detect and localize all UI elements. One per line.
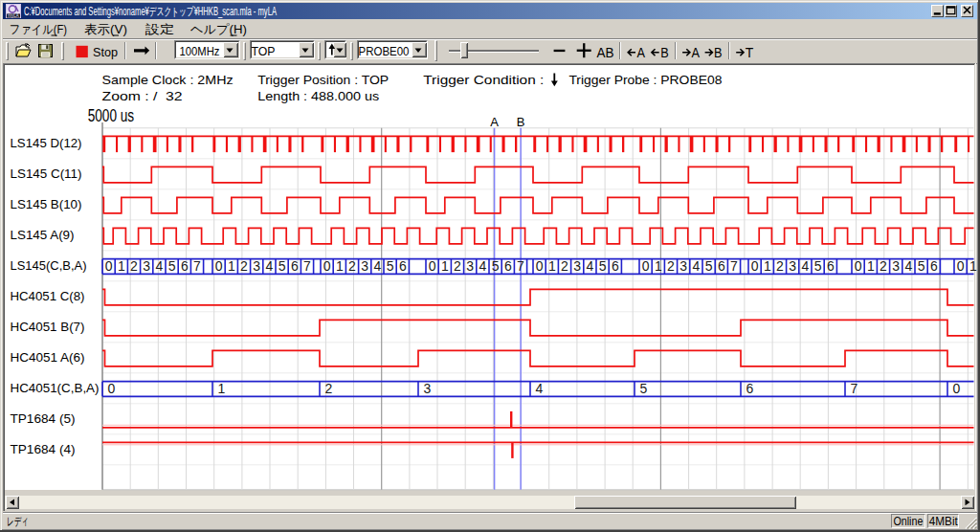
svg-text:LS145 D(12): LS145 D(12) — [11, 136, 82, 150]
svg-text:0: 0 — [855, 258, 862, 274]
svg-text:3: 3 — [253, 258, 260, 274]
svg-text:0: 0 — [105, 258, 113, 274]
svg-text:7: 7 — [193, 258, 201, 274]
svg-text:0: 0 — [215, 258, 223, 274]
svg-text:4MBit: 4MBit — [929, 515, 958, 528]
svg-text:6: 6 — [399, 258, 407, 274]
svg-text:4: 4 — [905, 258, 913, 274]
svg-text:HC4051(C,B,A): HC4051(C,B,A) — [11, 381, 100, 395]
svg-text:1: 1 — [118, 258, 125, 274]
svg-text:設定: 設定 — [145, 22, 174, 36]
svg-text:6: 6 — [718, 258, 725, 274]
svg-text:Sample Clock : 2MHz: Sample Clock : 2MHz — [102, 73, 234, 87]
svg-text:6: 6 — [504, 258, 512, 274]
svg-text:4: 4 — [266, 258, 274, 274]
svg-text:1: 1 — [218, 381, 226, 396]
svg-text:4: 4 — [156, 258, 164, 274]
svg-text:TP1684 (5): TP1684 (5) — [11, 411, 76, 426]
svg-text:A: A — [692, 45, 701, 60]
svg-text:0: 0 — [957, 258, 965, 274]
svg-text:4: 4 — [374, 258, 382, 274]
svg-text:A: A — [637, 45, 646, 60]
svg-text:1: 1 — [441, 258, 449, 274]
svg-text:1: 1 — [548, 258, 556, 274]
svg-text:2: 2 — [130, 258, 138, 274]
svg-text:5: 5 — [387, 258, 394, 274]
svg-text:3: 3 — [789, 258, 796, 274]
svg-text:表示(V): 表示(V) — [84, 22, 127, 36]
svg-text:6: 6 — [612, 258, 619, 274]
svg-text:3: 3 — [892, 258, 900, 274]
svg-text:6: 6 — [181, 258, 189, 274]
svg-text:6: 6 — [827, 258, 835, 274]
svg-text:1: 1 — [655, 258, 662, 274]
svg-text:2: 2 — [348, 258, 356, 274]
svg-text:6: 6 — [746, 381, 754, 396]
svg-text:5: 5 — [640, 381, 648, 396]
svg-text:5: 5 — [918, 258, 925, 274]
svg-text:0: 0 — [642, 258, 650, 274]
svg-text:3: 3 — [679, 258, 687, 274]
svg-text:3: 3 — [424, 381, 432, 396]
svg-text:5: 5 — [492, 258, 500, 274]
svg-text:レディ: レディ — [7, 515, 29, 528]
svg-text:LS145(C,B,A): LS145(C,B,A) — [11, 258, 87, 273]
svg-text:7: 7 — [851, 381, 858, 396]
svg-text:T: T — [746, 45, 754, 60]
svg-text:0: 0 — [108, 381, 116, 396]
svg-text:Online: Online — [893, 515, 923, 528]
svg-text:4: 4 — [479, 258, 487, 274]
svg-text:3: 3 — [361, 258, 368, 274]
svg-text:1: 1 — [228, 258, 235, 274]
svg-text:4: 4 — [587, 258, 594, 274]
svg-text:3: 3 — [573, 258, 581, 274]
svg-text:LS145 C(11): LS145 C(11) — [11, 166, 82, 181]
svg-text:2: 2 — [240, 258, 248, 274]
svg-text:0: 0 — [536, 258, 544, 274]
svg-text:B: B — [517, 115, 525, 129]
svg-text:1: 1 — [969, 258, 977, 274]
svg-text:6: 6 — [930, 258, 938, 274]
svg-text:Trigger Position : TOP: Trigger Position : TOP — [257, 73, 389, 87]
svg-text:2: 2 — [776, 258, 784, 274]
svg-text:4: 4 — [536, 381, 544, 396]
svg-text:Zoom : / 32: Zoom : / 32 — [102, 89, 183, 103]
svg-text:4: 4 — [802, 258, 810, 274]
svg-text:B: B — [714, 45, 723, 60]
svg-text:PROBE00: PROBE00 — [359, 44, 410, 58]
svg-text:AB: AB — [597, 44, 614, 60]
svg-text:LS145 A(9): LS145 A(9) — [11, 228, 75, 242]
svg-text:2: 2 — [325, 381, 333, 396]
svg-text:Length : 488.000 us: Length : 488.000 us — [257, 89, 379, 103]
svg-text:2: 2 — [561, 258, 568, 274]
svg-text:Trigger Probe : PROBE08: Trigger Probe : PROBE08 — [568, 73, 722, 87]
svg-text:Stop: Stop — [93, 45, 118, 59]
svg-text:5: 5 — [705, 258, 713, 274]
svg-text:2: 2 — [667, 258, 675, 274]
svg-text:2: 2 — [880, 258, 887, 274]
svg-text:7: 7 — [517, 258, 524, 274]
svg-text:myLA: myLA — [8, 13, 19, 18]
svg-text:3: 3 — [143, 258, 150, 274]
svg-text:B: B — [660, 45, 669, 60]
svg-text:3: 3 — [466, 258, 474, 274]
svg-text:ヘルプ(H): ヘルプ(H) — [190, 22, 247, 36]
svg-text:A: A — [490, 115, 499, 129]
svg-text:ファイル(F): ファイル(F) — [10, 22, 67, 36]
svg-text:TOP: TOP — [252, 44, 276, 58]
svg-text:0: 0 — [429, 258, 436, 274]
svg-text:HC4051 A(6): HC4051 A(6) — [11, 350, 85, 365]
svg-text:TP1684 (4): TP1684 (4) — [11, 442, 76, 456]
svg-text:6: 6 — [291, 258, 299, 274]
svg-text:5: 5 — [168, 258, 176, 274]
svg-text:1: 1 — [867, 258, 875, 274]
svg-text:5000 us: 5000 us — [88, 106, 135, 125]
svg-text:2: 2 — [454, 258, 461, 274]
svg-text:7: 7 — [730, 258, 738, 274]
svg-text:1: 1 — [764, 258, 771, 274]
svg-text:0: 0 — [323, 258, 331, 274]
svg-text:HC4051 B(7): HC4051 B(7) — [11, 320, 85, 334]
svg-text:HC4051 C(8): HC4051 C(8) — [11, 289, 85, 303]
svg-text:5: 5 — [599, 258, 607, 274]
svg-text:1: 1 — [336, 258, 344, 274]
